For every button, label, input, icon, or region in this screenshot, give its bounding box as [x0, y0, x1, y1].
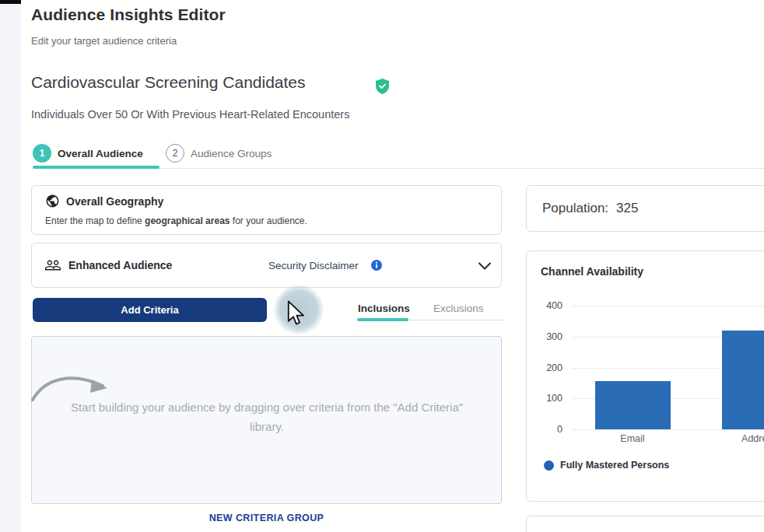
- bar-address: [722, 331, 764, 429]
- y-tick-label: 100: [527, 393, 562, 404]
- bar-email: [595, 381, 671, 429]
- tab-overall-audience[interactable]: Overall Audience: [58, 148, 143, 159]
- gridline: [572, 306, 764, 306]
- y-tick-label: 300: [527, 331, 562, 342]
- empty-state-message: Start building your audience by dragging…: [57, 398, 477, 437]
- tab-exclusions[interactable]: Exclusions: [433, 303, 484, 314]
- people-icon: [44, 257, 61, 274]
- geo-desc-bold: geographical areas: [145, 215, 230, 226]
- population-card: Population: 325: [526, 185, 764, 232]
- gridline: [572, 429, 764, 430]
- y-tick-label: 200: [527, 362, 562, 373]
- page-subtitle: Edit your target audience criteria: [31, 35, 177, 47]
- x-category-label: Address: [713, 433, 764, 444]
- active-step-indicator: [33, 166, 159, 169]
- x-category-label: Email: [586, 433, 679, 444]
- geography-card-description: Enter the map to define geographical are…: [45, 215, 307, 226]
- population-value: 325: [616, 201, 638, 216]
- overall-geography-card[interactable]: [31, 185, 502, 235]
- geo-desc-prefix: Enter the map to define: [45, 215, 145, 226]
- info-icon[interactable]: [371, 260, 382, 271]
- corner-artifact: [0, 0, 21, 4]
- page-title: Audience Insights Editor: [31, 5, 226, 24]
- security-disclaimer-label[interactable]: Security Disclaimer: [268, 260, 359, 271]
- geo-desc-suffix: for your audience.: [230, 215, 307, 226]
- legend-dot-icon: [544, 460, 554, 471]
- chart-legend: Fully Mastered Persons: [544, 460, 669, 471]
- audience-insights-editor: Audience Insights Editor Edit your targe…: [0, 0, 764, 532]
- mouse-cursor-icon: [286, 300, 306, 327]
- globe-icon: [45, 194, 60, 208]
- step-2-badge[interactable]: 2: [166, 144, 184, 163]
- enhanced-card-title: Enhanced Audience: [68, 259, 172, 271]
- y-tick-label: 400: [527, 300, 562, 311]
- channel-availability-card: Channel Availability 0100200300400EmailA…: [526, 250, 764, 502]
- y-tick-label: 0: [527, 424, 562, 435]
- audience-description: Individuals Over 50 Or With Previous Hea…: [31, 108, 349, 121]
- new-criteria-group-link[interactable]: NEW CRITERIA GROUP: [31, 513, 502, 523]
- inclusions-active-indicator: [357, 318, 408, 321]
- chevron-down-icon[interactable]: [478, 261, 492, 271]
- tab-audience-groups[interactable]: Audience Groups: [191, 148, 272, 159]
- population-label: Population:: [542, 201, 608, 216]
- left-edge-strip: [0, 0, 21, 532]
- next-section-card: [526, 516, 764, 532]
- geography-card-title: Overall Geography: [66, 195, 163, 208]
- legend-label: Fully Mastered Persons: [560, 460, 669, 471]
- step-1-badge[interactable]: 1: [33, 144, 51, 163]
- tab-inclusions[interactable]: Inclusions: [358, 303, 410, 314]
- shield-check-icon: [376, 79, 389, 94]
- add-criteria-button[interactable]: Add Criteria: [33, 298, 267, 322]
- audience-name: Cardiovascular Screening Candidates: [31, 73, 306, 92]
